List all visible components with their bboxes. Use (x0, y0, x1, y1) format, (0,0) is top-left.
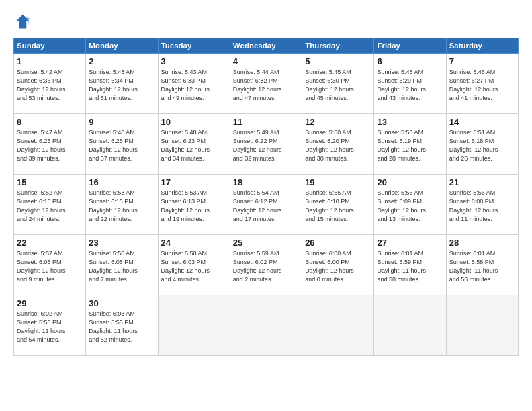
logo (13, 12, 35, 31)
day-info: Sunrise: 5:50 AMSunset: 6:19 PMDaylight:… (377, 128, 443, 163)
day-number: 5 (305, 56, 371, 66)
day-number: 15 (17, 177, 83, 187)
day-number: 7 (449, 56, 515, 66)
day-number: 19 (305, 177, 371, 187)
day-info: Sunrise: 6:00 AMSunset: 6:00 PMDaylight:… (305, 249, 371, 284)
day-number: 20 (377, 177, 443, 187)
calendar-week-row: 15Sunrise: 5:52 AMSunset: 6:16 PMDayligh… (14, 175, 519, 235)
day-number: 29 (17, 298, 83, 308)
calendar-header-thursday: Thursday (302, 38, 374, 54)
table-row: 20Sunrise: 5:55 AMSunset: 6:09 PMDayligh… (374, 175, 446, 235)
table-row: 2Sunrise: 5:43 AMSunset: 6:34 PMDaylight… (86, 54, 158, 114)
table-row: 9Sunrise: 5:48 AMSunset: 6:25 PMDaylight… (86, 114, 158, 175)
calendar-week-row: 22Sunrise: 5:57 AMSunset: 6:06 PMDayligh… (14, 235, 519, 295)
day-info: Sunrise: 5:48 AMSunset: 6:25 PMDaylight:… (89, 128, 154, 163)
calendar-table: SundayMondayTuesdayWednesdayThursdayFrid… (13, 38, 519, 356)
table-row: 4Sunrise: 5:44 AMSunset: 6:32 PMDaylight… (230, 54, 302, 114)
table-row: 6Sunrise: 5:45 AMSunset: 6:29 PMDaylight… (374, 54, 446, 114)
day-info: Sunrise: 5:58 AMSunset: 6:03 PMDaylight:… (161, 249, 227, 284)
table-row: 27Sunrise: 6:01 AMSunset: 5:59 PMDayligh… (374, 235, 446, 295)
day-info: Sunrise: 5:58 AMSunset: 6:05 PMDaylight:… (89, 249, 154, 284)
day-number: 6 (377, 56, 443, 66)
day-info: Sunrise: 5:43 AMSunset: 6:34 PMDaylight:… (89, 68, 154, 103)
day-number: 23 (89, 238, 154, 248)
day-info: Sunrise: 5:47 AMSunset: 6:26 PMDaylight:… (17, 128, 83, 163)
table-row (158, 295, 230, 356)
day-info: Sunrise: 6:02 AMSunset: 5:56 PMDaylight:… (17, 310, 83, 345)
day-info: Sunrise: 5:42 AMSunset: 6:36 PMDaylight:… (17, 68, 83, 103)
calendar-header-tuesday: Tuesday (158, 38, 230, 54)
day-info: Sunrise: 6:03 AMSunset: 5:55 PMDaylight:… (89, 310, 154, 345)
day-info: Sunrise: 6:01 AMSunset: 5:58 PMDaylight:… (449, 249, 515, 284)
table-row: 30Sunrise: 6:03 AMSunset: 5:55 PMDayligh… (86, 295, 158, 356)
table-row: 23Sunrise: 5:58 AMSunset: 6:05 PMDayligh… (86, 235, 158, 295)
table-row: 10Sunrise: 5:48 AMSunset: 6:23 PMDayligh… (158, 114, 230, 175)
calendar-week-row: 8Sunrise: 5:47 AMSunset: 6:26 PMDaylight… (14, 114, 519, 175)
day-number: 14 (449, 117, 515, 127)
table-row (374, 295, 446, 356)
table-row: 5Sunrise: 5:45 AMSunset: 6:30 PMDaylight… (302, 54, 374, 114)
day-info: Sunrise: 5:55 AMSunset: 6:09 PMDaylight:… (377, 189, 443, 224)
day-number: 12 (305, 117, 371, 127)
day-number: 28 (449, 238, 515, 248)
page: SundayMondayTuesdayWednesdayThursdayFrid… (0, 0, 532, 411)
table-row: 28Sunrise: 6:01 AMSunset: 5:58 PMDayligh… (446, 235, 518, 295)
day-number: 16 (89, 177, 154, 187)
day-number: 8 (17, 117, 83, 127)
calendar-header-sunday: Sunday (14, 38, 86, 54)
day-info: Sunrise: 5:46 AMSunset: 6:27 PMDaylight:… (449, 68, 515, 103)
day-info: Sunrise: 5:48 AMSunset: 6:23 PMDaylight:… (161, 128, 227, 163)
table-row: 11Sunrise: 5:49 AMSunset: 6:22 PMDayligh… (230, 114, 302, 175)
day-info: Sunrise: 5:51 AMSunset: 6:18 PMDaylight:… (449, 128, 515, 163)
day-number: 30 (89, 298, 154, 308)
day-info: Sunrise: 5:53 AMSunset: 6:15 PMDaylight:… (89, 189, 154, 224)
calendar-week-row: 1Sunrise: 5:42 AMSunset: 6:36 PMDaylight… (14, 54, 519, 114)
table-row: 17Sunrise: 5:53 AMSunset: 6:13 PMDayligh… (158, 175, 230, 235)
day-number: 26 (305, 238, 371, 248)
table-row: 24Sunrise: 5:58 AMSunset: 6:03 PMDayligh… (158, 235, 230, 295)
table-row: 12Sunrise: 5:50 AMSunset: 6:20 PMDayligh… (302, 114, 374, 175)
day-info: Sunrise: 5:43 AMSunset: 6:33 PMDaylight:… (161, 68, 227, 103)
table-row (230, 295, 302, 356)
calendar-week-row: 29Sunrise: 6:02 AMSunset: 5:56 PMDayligh… (14, 295, 519, 356)
day-info: Sunrise: 5:44 AMSunset: 6:32 PMDaylight:… (233, 68, 299, 103)
day-number: 22 (17, 238, 83, 248)
logo-icon (13, 12, 32, 31)
day-number: 24 (161, 238, 227, 248)
table-row: 16Sunrise: 5:53 AMSunset: 6:15 PMDayligh… (86, 175, 158, 235)
day-number: 18 (233, 177, 299, 187)
table-row: 3Sunrise: 5:43 AMSunset: 6:33 PMDaylight… (158, 54, 230, 114)
table-row: 7Sunrise: 5:46 AMSunset: 6:27 PMDaylight… (446, 54, 518, 114)
calendar-header-monday: Monday (86, 38, 158, 54)
day-info: Sunrise: 5:49 AMSunset: 6:22 PMDaylight:… (233, 128, 299, 163)
day-number: 21 (449, 177, 515, 187)
table-row: 18Sunrise: 5:54 AMSunset: 6:12 PMDayligh… (230, 175, 302, 235)
day-info: Sunrise: 5:54 AMSunset: 6:12 PMDaylight:… (233, 189, 299, 224)
day-number: 13 (377, 117, 443, 127)
day-number: 3 (161, 56, 227, 66)
table-row (446, 295, 518, 356)
day-info: Sunrise: 5:50 AMSunset: 6:20 PMDaylight:… (305, 128, 371, 163)
table-row: 1Sunrise: 5:42 AMSunset: 6:36 PMDaylight… (14, 54, 86, 114)
table-row: 25Sunrise: 5:59 AMSunset: 6:02 PMDayligh… (230, 235, 302, 295)
day-info: Sunrise: 5:52 AMSunset: 6:16 PMDaylight:… (17, 189, 83, 224)
day-number: 9 (89, 117, 154, 127)
table-row: 29Sunrise: 6:02 AMSunset: 5:56 PMDayligh… (14, 295, 86, 356)
table-row: 26Sunrise: 6:00 AMSunset: 6:00 PMDayligh… (302, 235, 374, 295)
table-row: 22Sunrise: 5:57 AMSunset: 6:06 PMDayligh… (14, 235, 86, 295)
header (13, 12, 519, 31)
day-number: 1 (17, 56, 83, 66)
day-info: Sunrise: 5:53 AMSunset: 6:13 PMDaylight:… (161, 189, 227, 224)
day-number: 10 (161, 117, 227, 127)
calendar-header-saturday: Saturday (446, 38, 518, 54)
calendar-header-friday: Friday (374, 38, 446, 54)
day-info: Sunrise: 5:45 AMSunset: 6:29 PMDaylight:… (377, 68, 443, 103)
table-row: 15Sunrise: 5:52 AMSunset: 6:16 PMDayligh… (14, 175, 86, 235)
day-number: 25 (233, 238, 299, 248)
day-number: 11 (233, 117, 299, 127)
day-number: 27 (377, 238, 443, 248)
day-info: Sunrise: 5:57 AMSunset: 6:06 PMDaylight:… (17, 249, 83, 284)
day-info: Sunrise: 5:55 AMSunset: 6:10 PMDaylight:… (305, 189, 371, 224)
day-info: Sunrise: 5:59 AMSunset: 6:02 PMDaylight:… (233, 249, 299, 284)
table-row: 14Sunrise: 5:51 AMSunset: 6:18 PMDayligh… (446, 114, 518, 175)
